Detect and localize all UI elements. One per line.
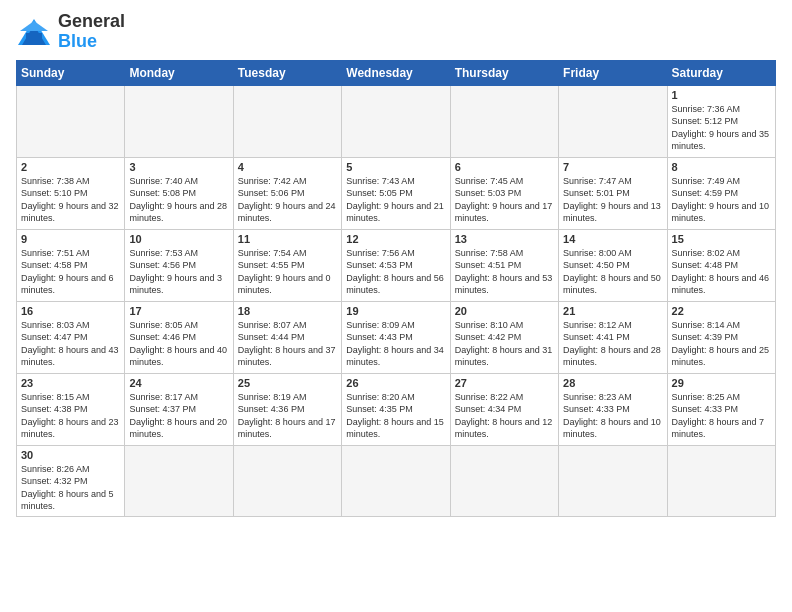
- table-row: 1Sunrise: 7:36 AMSunset: 5:12 PMDaylight…: [667, 85, 775, 157]
- day-info: Sunrise: 8:22 AMSunset: 4:34 PMDaylight:…: [455, 391, 554, 441]
- day-info: Sunrise: 8:25 AMSunset: 4:33 PMDaylight:…: [672, 391, 771, 441]
- day-number: 29: [672, 377, 771, 389]
- day-info: Sunrise: 7:43 AMSunset: 5:05 PMDaylight:…: [346, 175, 445, 225]
- day-info: Sunrise: 7:53 AMSunset: 4:56 PMDaylight:…: [129, 247, 228, 297]
- day-number: 7: [563, 161, 662, 173]
- col-friday: Friday: [559, 60, 667, 85]
- day-info: Sunrise: 8:20 AMSunset: 4:35 PMDaylight:…: [346, 391, 445, 441]
- day-number: 22: [672, 305, 771, 317]
- day-number: 28: [563, 377, 662, 389]
- col-tuesday: Tuesday: [233, 60, 341, 85]
- day-number: 1: [672, 89, 771, 101]
- table-row: [559, 445, 667, 516]
- day-info: Sunrise: 8:00 AMSunset: 4:50 PMDaylight:…: [563, 247, 662, 297]
- table-row: [233, 445, 341, 516]
- day-number: 16: [21, 305, 120, 317]
- day-info: Sunrise: 7:42 AMSunset: 5:06 PMDaylight:…: [238, 175, 337, 225]
- day-info: Sunrise: 7:58 AMSunset: 4:51 PMDaylight:…: [455, 247, 554, 297]
- day-number: 11: [238, 233, 337, 245]
- table-row: 23Sunrise: 8:15 AMSunset: 4:38 PMDayligh…: [17, 373, 125, 445]
- table-row: 26Sunrise: 8:20 AMSunset: 4:35 PMDayligh…: [342, 373, 450, 445]
- table-row: 8Sunrise: 7:49 AMSunset: 4:59 PMDaylight…: [667, 157, 775, 229]
- table-row: 3Sunrise: 7:40 AMSunset: 5:08 PMDaylight…: [125, 157, 233, 229]
- day-number: 8: [672, 161, 771, 173]
- logo-icon: [16, 17, 52, 47]
- day-number: 3: [129, 161, 228, 173]
- col-wednesday: Wednesday: [342, 60, 450, 85]
- day-number: 19: [346, 305, 445, 317]
- col-sunday: Sunday: [17, 60, 125, 85]
- table-row: [233, 85, 341, 157]
- table-row: 13Sunrise: 7:58 AMSunset: 4:51 PMDayligh…: [450, 229, 558, 301]
- day-number: 25: [238, 377, 337, 389]
- table-row: [559, 85, 667, 157]
- page-header: GeneralBlue: [16, 12, 776, 52]
- table-row: 21Sunrise: 8:12 AMSunset: 4:41 PMDayligh…: [559, 301, 667, 373]
- day-info: Sunrise: 7:45 AMSunset: 5:03 PMDaylight:…: [455, 175, 554, 225]
- day-number: 14: [563, 233, 662, 245]
- day-number: 9: [21, 233, 120, 245]
- day-info: Sunrise: 8:02 AMSunset: 4:48 PMDaylight:…: [672, 247, 771, 297]
- table-row: 7Sunrise: 7:47 AMSunset: 5:01 PMDaylight…: [559, 157, 667, 229]
- table-row: 4Sunrise: 7:42 AMSunset: 5:06 PMDaylight…: [233, 157, 341, 229]
- day-info: Sunrise: 7:49 AMSunset: 4:59 PMDaylight:…: [672, 175, 771, 225]
- table-row: 27Sunrise: 8:22 AMSunset: 4:34 PMDayligh…: [450, 373, 558, 445]
- table-row: 30Sunrise: 8:26 AMSunset: 4:32 PMDayligh…: [17, 445, 125, 516]
- day-number: 5: [346, 161, 445, 173]
- day-info: Sunrise: 7:38 AMSunset: 5:10 PMDaylight:…: [21, 175, 120, 225]
- day-info: Sunrise: 7:47 AMSunset: 5:01 PMDaylight:…: [563, 175, 662, 225]
- table-row: 24Sunrise: 8:17 AMSunset: 4:37 PMDayligh…: [125, 373, 233, 445]
- day-info: Sunrise: 7:56 AMSunset: 4:53 PMDaylight:…: [346, 247, 445, 297]
- day-number: 2: [21, 161, 120, 173]
- day-number: 13: [455, 233, 554, 245]
- table-row: 28Sunrise: 8:23 AMSunset: 4:33 PMDayligh…: [559, 373, 667, 445]
- day-info: Sunrise: 7:51 AMSunset: 4:58 PMDaylight:…: [21, 247, 120, 297]
- day-info: Sunrise: 7:40 AMSunset: 5:08 PMDaylight:…: [129, 175, 228, 225]
- table-row: 12Sunrise: 7:56 AMSunset: 4:53 PMDayligh…: [342, 229, 450, 301]
- table-row: 22Sunrise: 8:14 AMSunset: 4:39 PMDayligh…: [667, 301, 775, 373]
- table-row: 25Sunrise: 8:19 AMSunset: 4:36 PMDayligh…: [233, 373, 341, 445]
- table-row: [342, 85, 450, 157]
- table-row: 20Sunrise: 8:10 AMSunset: 4:42 PMDayligh…: [450, 301, 558, 373]
- day-info: Sunrise: 7:36 AMSunset: 5:12 PMDaylight:…: [672, 103, 771, 153]
- day-number: 12: [346, 233, 445, 245]
- table-row: [17, 85, 125, 157]
- day-number: 24: [129, 377, 228, 389]
- table-row: 16Sunrise: 8:03 AMSunset: 4:47 PMDayligh…: [17, 301, 125, 373]
- table-row: [450, 445, 558, 516]
- day-info: Sunrise: 8:09 AMSunset: 4:43 PMDaylight:…: [346, 319, 445, 369]
- svg-marker-3: [20, 21, 48, 31]
- col-thursday: Thursday: [450, 60, 558, 85]
- table-row: [450, 85, 558, 157]
- col-saturday: Saturday: [667, 60, 775, 85]
- table-row: 10Sunrise: 7:53 AMSunset: 4:56 PMDayligh…: [125, 229, 233, 301]
- day-number: 17: [129, 305, 228, 317]
- table-row: 17Sunrise: 8:05 AMSunset: 4:46 PMDayligh…: [125, 301, 233, 373]
- day-number: 30: [21, 449, 120, 461]
- table-row: 19Sunrise: 8:09 AMSunset: 4:43 PMDayligh…: [342, 301, 450, 373]
- table-row: 9Sunrise: 7:51 AMSunset: 4:58 PMDaylight…: [17, 229, 125, 301]
- table-row: [667, 445, 775, 516]
- day-number: 26: [346, 377, 445, 389]
- day-info: Sunrise: 8:19 AMSunset: 4:36 PMDaylight:…: [238, 391, 337, 441]
- day-number: 4: [238, 161, 337, 173]
- logo: GeneralBlue: [16, 12, 125, 52]
- day-info: Sunrise: 8:26 AMSunset: 4:32 PMDaylight:…: [21, 463, 120, 513]
- table-row: 15Sunrise: 8:02 AMSunset: 4:48 PMDayligh…: [667, 229, 775, 301]
- day-info: Sunrise: 8:07 AMSunset: 4:44 PMDaylight:…: [238, 319, 337, 369]
- day-number: 27: [455, 377, 554, 389]
- day-number: 10: [129, 233, 228, 245]
- day-info: Sunrise: 8:10 AMSunset: 4:42 PMDaylight:…: [455, 319, 554, 369]
- table-row: 2Sunrise: 7:38 AMSunset: 5:10 PMDaylight…: [17, 157, 125, 229]
- day-info: Sunrise: 8:03 AMSunset: 4:47 PMDaylight:…: [21, 319, 120, 369]
- table-row: 5Sunrise: 7:43 AMSunset: 5:05 PMDaylight…: [342, 157, 450, 229]
- day-number: 15: [672, 233, 771, 245]
- day-info: Sunrise: 8:12 AMSunset: 4:41 PMDaylight:…: [563, 319, 662, 369]
- col-monday: Monday: [125, 60, 233, 85]
- day-info: Sunrise: 8:14 AMSunset: 4:39 PMDaylight:…: [672, 319, 771, 369]
- table-row: [342, 445, 450, 516]
- day-number: 20: [455, 305, 554, 317]
- table-row: 29Sunrise: 8:25 AMSunset: 4:33 PMDayligh…: [667, 373, 775, 445]
- day-info: Sunrise: 8:23 AMSunset: 4:33 PMDaylight:…: [563, 391, 662, 441]
- day-number: 18: [238, 305, 337, 317]
